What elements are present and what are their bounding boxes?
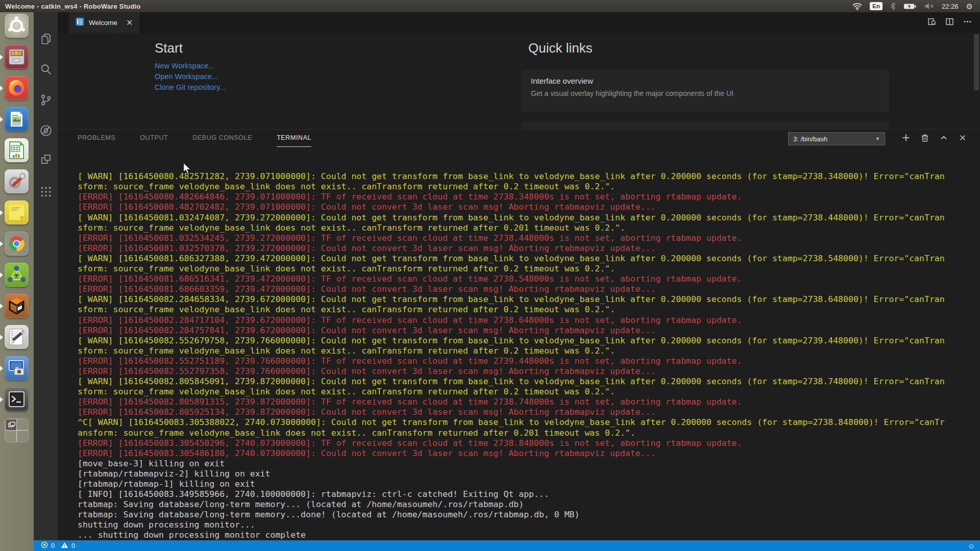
panel-header: PROBLEMS OUTPUT DEBUG CONSOLE TERMINAL 3… [58,130,980,148]
terminal-line: [ERROR] [1616450080.482702482, 2739.0710… [78,202,980,212]
editor-scrollbar[interactable] [974,34,979,90]
terminal-shell-select[interactable]: 3: /bin/bash ▼ [788,132,885,145]
panel-tab-terminal[interactable]: TERMINAL [277,130,311,147]
panel-tab-output[interactable]: OUTPUT [140,130,168,147]
panel-tab-problems[interactable]: PROBLEMS [78,130,115,147]
bluetooth-icon[interactable] [890,2,896,10]
terminal-shell-select-value: 3: /bin/bash [793,135,827,143]
more-actions-icon[interactable] [963,17,972,28]
terminal-line: [ WARN] [1616450081.032474087, 2739.2720… [78,213,980,223]
running-indicator [0,335,3,340]
terminal-lines: [ WARN] [1616450080.482571282, 2739.0710… [78,171,980,540]
terminal-line: sform: source_frame velodyne_base_link d… [78,305,980,315]
terminal-line: [ WARN] [1616450081.686327388, 2739.4720… [78,254,980,264]
warning-triangle-icon [61,542,68,550]
dock-item-terminal[interactable] [5,387,29,411]
activity-source-control[interactable] [34,90,58,112]
start-section: Start New Workspace... Open Workspace...… [155,40,226,93]
panel-controls: 3: /bin/bash ▼ [788,132,967,145]
workbench-content: Welcome ✕ Start New Workspace... Open Wo… [58,12,980,540]
terminal-line: rtabmap: Saving database/long-term memor… [78,499,980,510]
tab-close-icon[interactable]: ✕ [126,19,133,27]
terminal-line: [ERROR] [1616450081.686516341, 2739.4720… [78,274,980,284]
dock-item-firefox[interactable] [5,76,29,100]
kill-terminal-icon[interactable] [921,134,929,144]
editor-tab-bar: Welcome ✕ [58,12,980,33]
status-bar: 0 0 ☺ [34,540,980,551]
dock-item-files[interactable] [5,45,29,69]
terminal-line: [ WARN] [1616450082.284658334, 2739.6720… [78,294,980,305]
clock[interactable]: 22:26 [942,3,959,10]
terminal-line: sform: source_frame velodyne_base_link d… [78,182,980,192]
terminal-line: sform: source_frame velodyne_base_link d… [78,387,980,397]
running-indicator [0,304,3,309]
terminal-line: [rtabmap/rtabmapviz-2] killing on exit [78,469,980,479]
welcome-page: Start New Workspace... Open Workspace...… [58,33,980,129]
running-indicator [0,117,3,122]
window-title: Welcome - catkin_ws4 - RoboWare Studio [0,3,140,10]
activity-extensions[interactable] [34,149,58,171]
battery-icon[interactable] [903,3,917,10]
dock-item-text-editor[interactable] [5,325,29,349]
link-new-workspace[interactable]: New Workspace... [155,61,226,71]
dock-item-workspace-switcher[interactable] [5,418,29,442]
link-open-workspace[interactable]: Open Workspace... [155,71,226,82]
keyboard-layout-indicator[interactable]: En [870,2,883,10]
split-editor-icon[interactable] [945,17,954,28]
terminal-output[interactable]: [ WARN] [1616450080.482571282, 2739.0710… [58,148,980,540]
terminal-line: ... shutting down processing monitor com… [78,530,980,540]
activity-more-tools[interactable] [34,182,58,204]
maximize-panel-icon[interactable] [940,134,948,144]
dock-item-libreoffice-calc[interactable] [5,138,29,162]
dock-item-cube-sim[interactable] [5,294,29,318]
activity-bar [34,12,58,551]
chevron-down-icon: ▼ [875,136,880,141]
error-circle-icon [41,541,48,550]
tab-welcome[interactable]: Welcome ✕ [69,12,139,33]
dots-grid-icon [39,185,53,201]
terminal-line: rtabmap: Saving database/long-term memor… [78,510,980,520]
system-tray: En 22:26 ⚙ [852,2,980,10]
terminal-line: [ERROR] [1616450080.482664846, 2739.0710… [78,192,980,202]
launcher-dock [0,12,34,551]
terminal-line: sform: source_frame velodyne_base_link d… [78,346,980,356]
terminal-line: ansform: source_frame velodyne_base_link… [78,428,980,438]
start-heading: Start [155,40,226,56]
terminal-line: [ERROR] [1616450082.284717104, 2739.6720… [78,315,980,325]
quick-link-card-interface-overview[interactable]: Interface overview Get a visual overlay … [522,70,889,112]
error-count: 0 [51,542,55,549]
dock-item-tools[interactable] [5,169,29,193]
volume-muted-icon[interactable] [924,3,934,10]
feedback-smiley-icon[interactable]: ☺ [968,542,980,549]
git-branch-icon [39,93,53,109]
editor-actions [927,12,972,33]
wifi-icon[interactable] [852,3,862,10]
dock-item-sticky-notes[interactable] [5,201,29,224]
panel-tab-debug-console[interactable]: DEBUG CONSOLE [192,130,252,147]
dock-item-chrome[interactable] [5,232,29,256]
terminal-line: [ERROR] [1616450082.552797358, 2739.7660… [78,366,980,377]
activity-debug[interactable] [34,120,58,143]
terminal-line: shutting down processing monitor... [78,520,980,530]
link-clone-git[interactable]: Clone Git repository... [155,82,226,93]
terminal-line: [ERROR] [1616450083.305450296, 2740.0730… [78,438,980,448]
quick-links-section: Quick links [528,40,593,61]
power-gear-icon[interactable]: ⚙ [966,3,973,10]
close-panel-icon[interactable] [959,134,967,144]
bottom-panel: PROBLEMS OUTPUT DEBUG CONSOLE TERMINAL 3… [58,129,980,540]
dock-item-screenshot[interactable] [5,356,29,380]
explorer-icon [39,32,53,47]
quick-link-card-color-theme[interactable]: Color theme [522,122,889,129]
welcome-tab-icon [76,17,84,28]
dock-item-ubuntu-dash[interactable] [5,14,29,38]
running-indicator [0,55,3,60]
dock-item-libreoffice-writer[interactable] [5,107,29,131]
open-preview-icon[interactable] [927,17,936,28]
new-terminal-icon[interactable] [902,134,910,144]
terminal-line: [rtabmap/rtabmap-1] killing on exit [78,479,980,489]
problems-status[interactable]: 0 0 [34,541,75,550]
activity-explorer[interactable] [34,29,58,51]
activity-search[interactable] [34,59,58,82]
dock-item-node-graph[interactable] [5,263,29,287]
system-bar: Welcome - catkin_ws4 - RoboWare Studio E… [0,0,980,12]
